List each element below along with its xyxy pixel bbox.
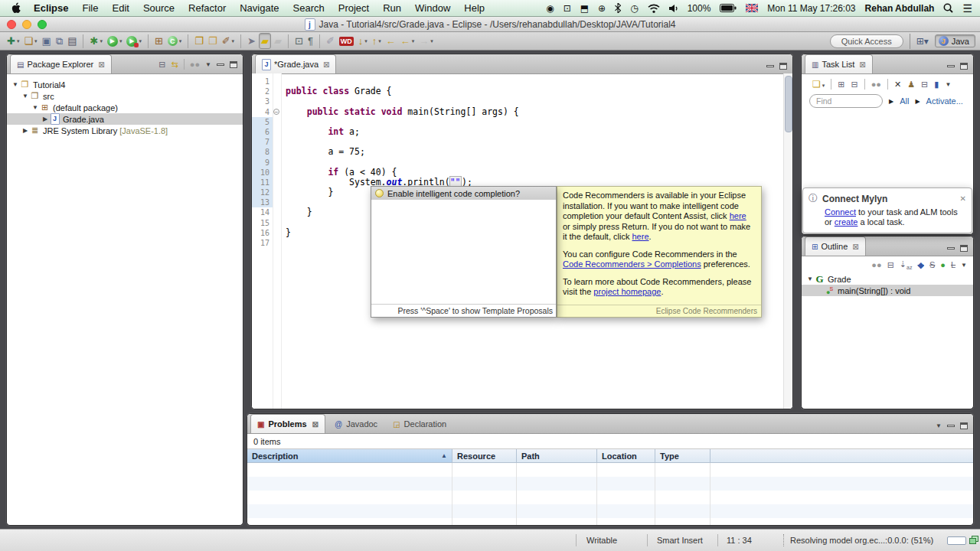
hide-local-types-icon[interactable]: L (951, 260, 956, 269)
menu-navigate[interactable]: Navigate (233, 0, 286, 16)
close-icon[interactable]: ✕ (960, 194, 966, 203)
disclosure-triangle-icon[interactable]: ▼ (11, 81, 19, 88)
collapse-all-icon[interactable]: ⊟ (887, 260, 894, 270)
java-perspective-button[interactable]: J Java (935, 34, 975, 47)
focus-icon[interactable]: ●● (871, 260, 881, 269)
find-input[interactable]: Find (809, 94, 883, 108)
maximize-editor-icon[interactable] (779, 63, 787, 70)
menubar-username[interactable]: Rehan Abdullah (865, 3, 935, 14)
wordwrap-button[interactable]: WD (338, 34, 355, 48)
run-history-button[interactable]: ▶▾ (125, 34, 143, 48)
block-selection-button[interactable]: ⊡ (293, 34, 305, 48)
record-icon[interactable]: ◉ (546, 3, 554, 14)
menu-refactor[interactable]: Refactor (181, 0, 233, 16)
hide-fields-icon[interactable]: ◆ (917, 260, 923, 270)
view-menu-icon[interactable]: ▼ (936, 422, 942, 429)
search-button[interactable]: ✐▾ (220, 34, 236, 48)
link-here[interactable]: here (632, 232, 649, 241)
focus-icon[interactable]: ●● (871, 80, 881, 89)
scheduled-view-icon[interactable]: ⊟ (851, 80, 858, 90)
tab-declaration[interactable]: ◲Declaration (387, 415, 452, 433)
close-icon[interactable]: ⊠ (859, 60, 865, 69)
collapse-all-icon[interactable]: ⊟ (158, 60, 165, 70)
menu-help[interactable]: Help (457, 0, 492, 16)
accessibility-icon[interactable]: ⊕ (598, 3, 606, 14)
close-icon[interactable]: ⊠ (852, 243, 858, 251)
tab-package-explorer[interactable]: ▤ Package Explorer ⊠ (10, 54, 112, 73)
tab-problems[interactable]: ▣Problems⊠ (250, 414, 325, 433)
column-header-path[interactable]: Path (517, 449, 597, 462)
prev-annotation-button[interactable]: ↑▾ (371, 34, 383, 48)
filter-all-link[interactable]: All (900, 96, 909, 106)
whitespace-button[interactable]: ¶ (306, 34, 315, 48)
view-menu-dots-icon[interactable]: ●● (190, 60, 200, 69)
zoom-window-button[interactable] (38, 20, 47, 29)
menu-edit[interactable]: Edit (105, 0, 136, 16)
next-annotation-button[interactable]: ↓▾ (357, 34, 369, 48)
back-button[interactable]: ←▾ (399, 34, 416, 48)
menubar-clock[interactable]: Mon 11 May 17:26:03 (767, 3, 855, 14)
package-explorer-item-tutorial4[interactable]: ▼❐Tutorial4 (7, 79, 243, 90)
close-window-button[interactable] (7, 20, 16, 29)
package-explorer-item-grade-java[interactable]: ▶JGrade.java (7, 113, 243, 125)
menu-window[interactable]: Window (408, 0, 457, 16)
mark-occurrences-button[interactable]: ▰ (259, 33, 271, 49)
content-assist-selected-item[interactable]: Enable intelligent code completion? (371, 187, 556, 200)
close-icon[interactable]: ⊠ (323, 60, 329, 69)
link-with-editor-icon[interactable]: ⇆ (172, 60, 178, 70)
close-icon[interactable]: ⊠ (312, 420, 318, 429)
save-button[interactable]: ▣ (41, 34, 53, 48)
minimize-view-icon[interactable] (947, 247, 955, 249)
hide-non-public-icon[interactable]: ● (940, 260, 946, 269)
new-package-button[interactable]: ⊞ (153, 34, 165, 48)
menu-source[interactable]: Source (136, 0, 181, 16)
scrollbar-thumb[interactable] (785, 76, 792, 132)
link-here[interactable]: here (730, 211, 746, 220)
column-header-type[interactable]: Type (655, 449, 710, 462)
disclosure-triangle-icon[interactable]: ▼ (806, 276, 814, 282)
link-connect[interactable]: Connect (825, 207, 856, 217)
sort-icon[interactable]: ⇣az (900, 259, 913, 270)
activate-task-link[interactable]: Activate... (926, 96, 963, 106)
column-header-location[interactable]: Location (597, 449, 655, 462)
minimize-editor-icon[interactable] (766, 65, 774, 67)
task-repositories-icon[interactable]: ▮ (934, 80, 939, 90)
column-header-resource[interactable]: Resource (452, 449, 517, 462)
print-button[interactable]: ▤ (66, 34, 78, 48)
open-perspective-button[interactable]: ⊞▾ (916, 36, 929, 47)
collapse-all-icon[interactable]: ⊟ (921, 80, 928, 90)
quick-access-button[interactable]: Quick Access (830, 34, 903, 48)
tab-grade-java[interactable]: J *Grade.java ⊠ (255, 54, 336, 73)
hide-static-members-icon[interactable]: S (929, 260, 935, 269)
maximize-view-icon[interactable] (960, 245, 968, 252)
timemachine-icon[interactable]: ◷ (630, 3, 638, 14)
new-task-icon[interactable]: ❏▾ (812, 79, 825, 90)
minimize-window-button[interactable] (22, 20, 31, 29)
disclosure-triangle-icon[interactable]: ▼ (31, 104, 39, 111)
airplay-icon[interactable]: ⬒ (580, 3, 589, 14)
tab-outline[interactable]: ⊞ Outline ⊠ (805, 236, 866, 256)
maximize-view-icon[interactable] (960, 422, 968, 429)
outline-item-main-string-void[interactable]: ●main(String[]) : void (802, 285, 973, 296)
open-task-button[interactable]: ❐ (193, 34, 205, 48)
maximize-view-icon[interactable] (230, 61, 237, 68)
menu-run[interactable]: Run (376, 0, 408, 16)
background-jobs-icon[interactable] (969, 536, 978, 545)
view-menu-icon[interactable]: ▼ (205, 61, 211, 68)
progress-bar[interactable] (947, 536, 966, 545)
new-class-button[interactable]: C▾ (166, 34, 184, 48)
maximize-view-icon[interactable] (960, 63, 968, 70)
package-explorer-item-src[interactable]: ▼❐src (7, 90, 243, 102)
input-language-flag-icon[interactable] (746, 4, 758, 12)
open-folder-button[interactable]: ❐ (207, 34, 219, 48)
hide-completed-icon[interactable]: ✕ (894, 80, 901, 90)
notification-center-icon[interactable]: ☰ (962, 2, 972, 15)
forward-button[interactable]: →▾ (417, 34, 435, 48)
dim-tool-button[interactable]: ▰ (273, 34, 283, 48)
volume-icon[interactable] (669, 4, 678, 13)
bluetooth-icon[interactable] (615, 3, 621, 13)
spelling-button[interactable]: ✐ (325, 34, 336, 48)
apple-menu[interactable] (11, 2, 21, 14)
disclosure-triangle-icon[interactable]: ▶ (21, 127, 29, 134)
display-icon[interactable]: ⊡ (564, 3, 571, 14)
